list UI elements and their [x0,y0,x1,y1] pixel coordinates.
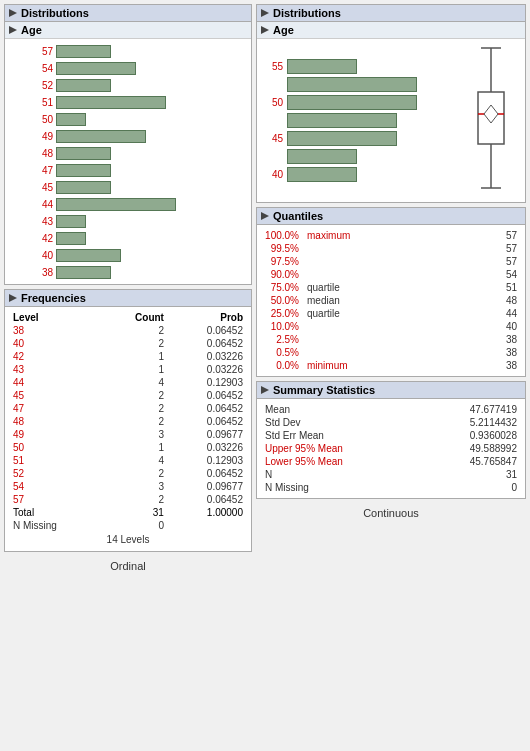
hist-bar-47 [56,164,111,177]
right-hist-bar-5 [287,131,397,146]
hist-bar-45 [56,181,111,194]
frequencies-content: Level Count Prob 3820.06452 4020.06452 4… [5,307,251,551]
hist-row-51: 51 [33,94,251,110]
freq-col-level: Level [9,311,102,324]
svg-marker-3 [261,9,269,17]
right-distributions-header: Distributions [257,5,525,22]
right-hist-bar-7 [287,167,357,182]
freq-row-54: 5430.09677 [9,480,247,493]
hist-row-57: 57 [33,43,251,59]
freq-col-prob: Prob [168,311,247,324]
quant-row-2.5: 2.5% 38 [261,333,521,346]
hist-row-54: 54 [33,60,251,76]
svg-marker-4 [261,26,269,34]
hist-bar-40 [56,249,121,262]
continuous-label: Continuous [256,503,526,523]
triangle-icon-right-dist [261,9,269,17]
freq-table: Level Count Prob 3820.06452 4020.06452 4… [9,311,247,532]
left-distributions-header: Distributions [5,5,251,22]
right-hist-bar-2 [287,77,417,92]
freq-row-52: 5220.06452 [9,467,247,480]
freq-row-57: 5720.06452 [9,493,247,506]
quant-row-0: 0.0% minimum 38 [261,359,521,372]
quantiles-box: Quantiles 100.0% maximum 57 99.5% 57 [256,207,526,377]
hist-label-40: 40 [33,250,53,261]
svg-marker-11 [261,212,269,220]
right-panel: Distributions Age 55 [256,4,526,576]
hist-label-45: 45 [33,182,53,193]
boxplot-area [461,43,521,198]
hist-bar-49 [56,130,146,143]
right-hist-row-48 [287,111,461,129]
right-hist-row-45: 45 [287,129,461,147]
freq-row-50: 5010.03226 [9,441,247,454]
hist-bar-44 [56,198,176,211]
freq-row-47: 4720.06452 [9,402,247,415]
freq-row-49: 4930.09677 [9,428,247,441]
hist-bar-43 [56,215,86,228]
svg-marker-2 [9,294,17,302]
freq-row-44: 4440.12903 [9,376,247,389]
stats-row-missing: N Missing 0 [261,481,521,494]
right-distributions-box: Distributions Age 55 [256,4,526,203]
summary-stats-title: Summary Statistics [273,384,375,396]
hist-bar-50 [56,113,86,126]
hist-bar-54 [56,62,136,75]
quant-row-90: 90.0% 54 [261,268,521,281]
freq-row-38: 3820.06452 [9,324,247,337]
quant-row-97.5: 97.5% 57 [261,255,521,268]
quant-row-100: 100.0% maximum 57 [261,229,521,242]
svg-marker-1 [9,26,17,34]
right-hist-row-52 [287,75,461,93]
right-hist-row-55: 55 [287,57,461,75]
freq-row-48: 4820.06452 [9,415,247,428]
boxplot-svg [466,43,516,198]
left-age-subheader: Age [5,22,251,39]
triangle-icon-left-dist [9,9,17,17]
quant-row-75: 75.0% quartile 51 [261,281,521,294]
hist-bar-52 [56,79,111,92]
main-container: Distributions Age 57 54 52 [0,0,530,580]
right-hist-bar-4 [287,113,397,128]
freq-col-count: Count [102,311,168,324]
stats-row-n: N 31 [261,468,521,481]
freq-header-row: Level Count Prob [9,311,247,324]
right-hist-label-40: 40 [261,169,283,180]
summary-stats-header: Summary Statistics [257,382,525,399]
triangle-icon-right-age [261,26,269,34]
quant-table: 100.0% maximum 57 99.5% 57 97.5% 5 [261,229,521,372]
quant-row-25: 25.0% quartile 44 [261,307,521,320]
hist-row-45: 45 [33,179,251,195]
right-hist-label-55: 55 [261,61,283,72]
hist-label-57: 57 [33,46,53,57]
hist-bar-42 [56,232,86,245]
triangle-icon-stats [261,386,269,394]
hist-bar-38 [56,266,111,279]
hist-label-50: 50 [33,114,53,125]
right-age-subheader: Age [257,22,525,39]
freq-row-51: 5140.12903 [9,454,247,467]
quant-row-99.5: 99.5% 57 [261,242,521,255]
svg-marker-0 [9,9,17,17]
hist-label-51: 51 [33,97,53,108]
hist-label-52: 52 [33,80,53,91]
left-age-title: Age [21,24,42,36]
hist-label-48: 48 [33,148,53,159]
hist-label-54: 54 [33,63,53,74]
stats-table: Mean 47.677419 Std Dev 5.2114432 Std Err… [261,403,521,494]
right-hist-row-43 [287,147,461,165]
stats-row-lower95: Lower 95% Mean 45.765847 [261,455,521,468]
svg-marker-12 [261,386,269,394]
hist-label-42: 42 [33,233,53,244]
right-age-title: Age [273,24,294,36]
right-hist-row-50: 50 [287,93,461,111]
hist-row-44: 44 [33,196,251,212]
left-distributions-title: Distributions [21,7,89,19]
triangle-icon-freq [9,294,17,302]
right-distributions-title: Distributions [273,7,341,19]
hist-label-38: 38 [33,267,53,278]
hist-bar-51 [56,96,166,109]
right-hist-bars: 55 50 [261,43,461,183]
freq-missing-row: N Missing0 [9,519,247,532]
quant-row-50: 50.0% median 48 [261,294,521,307]
